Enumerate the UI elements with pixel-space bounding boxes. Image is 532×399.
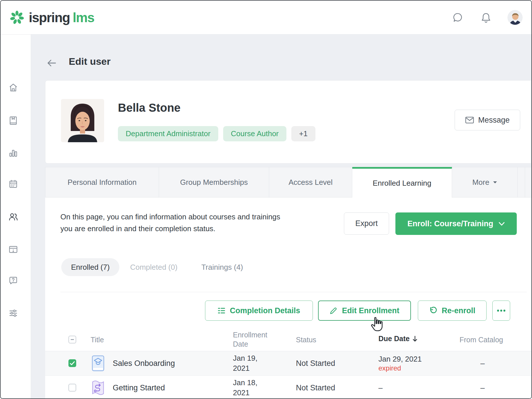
logo-product: lms: [73, 10, 94, 25]
help-chat-icon: [8, 276, 18, 285]
section-description: On this page, you can find information a…: [60, 211, 290, 235]
info-card-icon: [8, 244, 18, 254]
page-title: Edit user: [69, 56, 110, 67]
filter-completed[interactable]: Completed (0): [130, 263, 177, 272]
pencil-icon: [330, 307, 337, 315]
sidebar-item-users[interactable]: [8, 212, 18, 222]
status: Not Started: [296, 376, 335, 399]
course-icon: [91, 355, 105, 372]
book-icon: [8, 116, 18, 126]
back-button[interactable]: [46, 58, 57, 69]
button-label: Edit Enrollment: [342, 306, 399, 315]
tab-overflow-sliver: [518, 167, 525, 197]
sort-desc-icon: [412, 336, 418, 342]
chat-bubble-icon[interactable]: [452, 12, 464, 23]
completion-details-button[interactable]: Completion Details: [205, 301, 313, 321]
calendar-icon: [8, 179, 18, 189]
tab-enrolled-learning[interactable]: Enrolled Learning: [352, 167, 452, 197]
filter-enrolled[interactable]: Enrolled (7): [61, 258, 119, 276]
enrollment-date: Jan 18, 2021: [233, 378, 267, 398]
user-name: Bella Stone: [118, 101, 181, 114]
table-row[interactable]: Sales Onboarding Jan 19, 2021 Not Starte…: [45, 351, 531, 375]
due-date-value: Jan 29, 2021: [378, 354, 439, 364]
cursor-pointer: [370, 316, 384, 333]
envelope-icon: [465, 117, 474, 124]
user-avatar[interactable]: [508, 10, 523, 25]
tab-more[interactable]: More: [452, 167, 518, 197]
tab-access-level[interactable]: Access Level: [269, 167, 352, 197]
extra-roles-badge[interactable]: +1: [291, 126, 315, 141]
due-date-expired-note: expired: [378, 364, 439, 372]
tab-group-memberships[interactable]: Group Memberships: [159, 167, 269, 197]
tab-label: Access Level: [288, 178, 332, 187]
sidebar-item-calendar[interactable]: [8, 179, 18, 189]
sidebar: [1, 35, 31, 398]
export-button[interactable]: Export: [344, 212, 389, 235]
sidebar-item-info[interactable]: [8, 244, 18, 254]
user-card: Bella Stone Department Administrator Cou…: [45, 80, 531, 164]
button-label: Completion Details: [230, 306, 300, 315]
column-header-from-catalog[interactable]: From Catalog: [460, 336, 503, 344]
ispring-flower-icon: [9, 10, 25, 25]
message-button[interactable]: Message: [455, 110, 520, 130]
check-icon: [70, 361, 75, 366]
app-logo[interactable]: ispringlms: [9, 1, 94, 35]
status: Not Started: [296, 351, 335, 375]
due-date: –: [378, 383, 439, 392]
sidebar-item-support[interactable]: [8, 276, 18, 285]
from-catalog: –: [460, 376, 506, 399]
enrolled-learning-panel: On this page, you can find information a…: [45, 197, 531, 398]
list-icon: [218, 307, 225, 314]
re-enroll-button[interactable]: Re-enroll: [418, 301, 487, 321]
chevron-down-icon: [493, 181, 497, 184]
bar-chart-icon: [8, 148, 18, 158]
select-all-checkbox[interactable]: [68, 336, 76, 343]
sliders-icon: [8, 308, 18, 318]
ellipsis-icon: [497, 309, 506, 312]
export-button-label: Export: [355, 219, 378, 228]
sidebar-item-settings[interactable]: [8, 308, 18, 318]
column-header-status[interactable]: Status: [296, 336, 316, 344]
bell-icon[interactable]: [480, 12, 492, 23]
people-icon: [8, 212, 18, 222]
message-button-label: Message: [478, 116, 510, 125]
table-row[interactable]: Getting Started Jan 18, 2021 Not Started…: [45, 375, 531, 399]
column-header-title[interactable]: Title: [91, 336, 104, 344]
filter-trainings[interactable]: Trainings (4): [201, 263, 243, 272]
table-header: Title Enrollment Date Status Due Date Fr…: [45, 328, 531, 351]
enrollment-date: Jan 19, 2021: [233, 353, 267, 373]
chevron-down-icon: [499, 222, 505, 226]
column-header-enrollment-date[interactable]: Enrollment Date: [233, 330, 273, 349]
from-catalog: –: [460, 351, 506, 375]
section-divider: [60, 292, 527, 292]
tab-strip-filler: [525, 167, 531, 197]
button-label: Re-enroll: [442, 306, 475, 315]
tab-label: Group Memberships: [180, 178, 248, 187]
enroll-button-label: Enroll: Course/Training: [407, 219, 493, 228]
role-badge: Course Author: [223, 126, 286, 141]
profile-photo: [61, 99, 104, 142]
tab-label: Personal Information: [68, 178, 137, 187]
more-actions-button[interactable]: [492, 301, 510, 321]
column-header-label: Due Date: [378, 335, 409, 343]
due-date-value: –: [378, 383, 439, 392]
course-title: Sales Onboarding: [113, 351, 175, 375]
arrow-left-icon: [46, 58, 57, 69]
column-header-due-date[interactable]: Due Date: [378, 335, 418, 343]
row-checkbox-unchecked[interactable]: [68, 384, 76, 392]
enroll-course-training-button[interactable]: Enroll: Course/Training: [395, 212, 517, 235]
sidebar-item-home[interactable]: [8, 83, 18, 93]
course-title: Getting Started: [113, 376, 165, 399]
table-action-buttons: Completion Details Edit Enrollment Re-en…: [205, 301, 510, 321]
top-bar: ispringlms: [1, 1, 531, 35]
home-icon: [8, 83, 18, 93]
due-date: Jan 29, 2021 expired: [378, 354, 439, 372]
learning-track-icon: [91, 379, 105, 396]
tab-bar: Personal Information Group Memberships A…: [45, 167, 531, 197]
edit-enrollment-button[interactable]: Edit Enrollment: [318, 301, 411, 321]
row-checkbox-checked[interactable]: [68, 359, 76, 367]
tab-personal-information[interactable]: Personal Information: [45, 167, 159, 197]
sidebar-item-courses[interactable]: [8, 116, 18, 126]
sidebar-item-reports[interactable]: [8, 148, 18, 158]
enrollment-filters: Enrolled (7) Completed (0) Trainings (4): [61, 258, 243, 276]
